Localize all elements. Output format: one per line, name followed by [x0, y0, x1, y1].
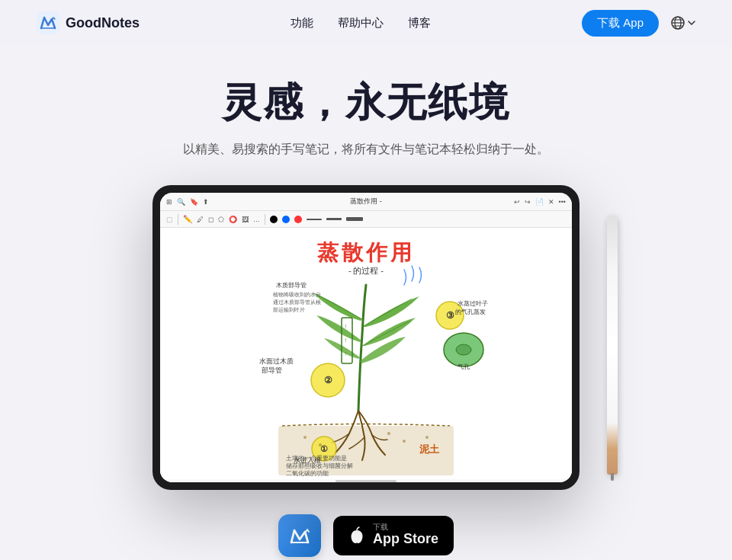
svg-point-37 — [425, 436, 429, 439]
svg-text:部运输到叶片: 部运输到叶片 — [273, 307, 305, 312]
svg-text:二氧化碳的功能: 二氧化碳的功能 — [286, 470, 329, 477]
svg-text:水蒸过叶子: 水蒸过叶子 — [458, 300, 488, 307]
toolbar-icon-bookmark: 🔖 — [190, 198, 198, 206]
tool-separator-2 — [265, 214, 265, 225]
appstore-button[interactable]: 下载 App Store — [333, 516, 454, 555]
tool-img: 🖼 — [242, 216, 249, 223]
svg-text:③: ③ — [446, 310, 454, 321]
svg-rect-41 — [287, 523, 313, 549]
tool-lasso: ⭕ — [229, 216, 237, 223]
toolbar-icon-undo: ↩ — [514, 198, 520, 206]
home-indicator — [336, 480, 396, 482]
svg-text:土壤的一个重要功能是: 土壤的一个重要功能是 — [286, 455, 347, 462]
appstore-text: 下载 App Store — [373, 523, 438, 548]
svg-text:通过木质部导管从根: 通过木质部导管从根 — [273, 299, 321, 306]
svg-text:泥土: 泥土 — [419, 443, 440, 455]
toolbar-icon-more: ••• — [559, 198, 566, 206]
svg-text:蒸散作用: 蒸散作用 — [316, 241, 415, 264]
svg-text:的气孔蒸发: 的气孔蒸发 — [455, 309, 486, 315]
line-thickness-thin — [307, 219, 322, 220]
toolbar-icon-redo: ↪ — [525, 198, 531, 206]
svg-point-33 — [303, 436, 307, 439]
svg-text:- 的过程 -: - 的过程 - — [348, 266, 384, 275]
svg-point-35 — [387, 432, 390, 435]
line-thickness-thick — [346, 217, 363, 221]
tool-highlighter: 🖊 — [197, 216, 204, 223]
nav-right: 下载 App — [582, 10, 695, 37]
toolbar-title: 蒸散作用 - — [350, 197, 382, 206]
language-button[interactable] — [671, 16, 695, 30]
nav-help[interactable]: 帮助中心 — [338, 16, 384, 30]
svg-rect-0 — [37, 11, 59, 34]
hero-subtitle: 以精美、易搜索的手写笔记，将所有文件与笔记本轻松归纳于一处。 — [183, 142, 549, 158]
line-thickness-medium — [326, 218, 342, 220]
navbar: GoodNotes 功能 帮助中心 博客 下载 App — [0, 0, 732, 46]
tablet-toolbar-bottom: ▢ ✏️ 🖊 ◻ ⬠ ⭕ 🖼 … — [160, 211, 572, 228]
hero-section: 灵感，永无纸境 以精美、易搜索的手写笔记，将所有文件与笔记本轻松归纳于一处。 ⊞… — [0, 46, 732, 557]
toolbar-left-controls: ⊞ 🔍 🔖 ⬆ — [166, 198, 209, 206]
svg-text:储存那些吸收与细菌分解: 储存那些吸收与细菌分解 — [286, 462, 353, 469]
globe-icon — [671, 16, 685, 30]
tablet-device: ⊞ 🔍 🔖 ⬆ 蒸散作用 - ↩ ↪ 📄 ✕ ••• — [152, 185, 580, 490]
tool-select: ▢ — [166, 216, 173, 223]
tool-eraser: ◻ — [208, 216, 214, 223]
color-red — [294, 216, 302, 223]
logo-icon — [37, 11, 59, 34]
tablet-mockup: ⊞ 🔍 🔖 ⬆ 蒸散作用 - ↩ ↪ 📄 ✕ ••• — [137, 185, 595, 490]
toolbar-icon-search: 🔍 — [177, 198, 185, 206]
svg-text:↑: ↑ — [344, 323, 347, 330]
toolbar-icon-close: ✕ — [548, 198, 554, 206]
home-bar — [160, 479, 572, 482]
chevron-down-icon — [688, 21, 695, 25]
svg-text:水面过木质: 水面过木质 — [259, 357, 294, 365]
svg-text:②: ② — [324, 375, 332, 386]
toolbar-icon-share: ⬆ — [203, 198, 209, 206]
tool-separator-1 — [178, 214, 178, 225]
svg-point-20 — [456, 344, 471, 355]
toolbar-right-controls: ↩ ↪ 📄 ✕ ••• — [514, 198, 566, 206]
hero-title: 灵感，永无纸境 — [222, 76, 510, 130]
svg-text:↑: ↑ — [344, 350, 347, 357]
nav-features[interactable]: 功能 — [291, 16, 313, 30]
nav-links: 功能 帮助中心 博客 — [291, 16, 431, 30]
svg-point-34 — [319, 443, 322, 446]
goodnotes-app-icon[interactable] — [278, 514, 321, 557]
svg-text:植物将吸收到的水分: 植物将吸收到的水分 — [273, 292, 321, 297]
logo-text: GoodNotes — [66, 15, 140, 31]
tool-pen: ✏️ — [183, 215, 192, 223]
goodnotes-logo-icon — [287, 523, 313, 549]
apple-logo-icon — [348, 526, 365, 546]
toolbar-icon-doc: 📄 — [535, 198, 544, 206]
color-black — [270, 216, 278, 223]
tool-more: … — [253, 216, 260, 223]
content-svg: 蒸散作用 - 的过程 - — [160, 228, 572, 479]
logo-link[interactable]: GoodNotes — [37, 11, 140, 34]
svg-text:部导管: 部导管 — [262, 366, 282, 374]
tool-shape: ⬠ — [218, 216, 224, 223]
color-blue — [282, 216, 290, 223]
download-button[interactable]: 下载 App — [582, 10, 659, 37]
toolbar-icon-grid: ⊞ — [166, 198, 172, 206]
nav-blog[interactable]: 博客 — [408, 16, 431, 30]
apple-pencil — [607, 216, 618, 475]
tablet-toolbar-top: ⊞ 🔍 🔖 ⬆ 蒸散作用 - ↩ ↪ 📄 ✕ ••• — [160, 193, 572, 211]
svg-text:木质部导管: 木质部导管 — [276, 282, 307, 289]
tablet-screen: ⊞ 🔍 🔖 ⬆ 蒸散作用 - ↩ ↪ 📄 ✕ ••• — [160, 193, 572, 482]
appstore-subtitle: 下载 — [373, 523, 388, 531]
tablet-content-area: 蒸散作用 - 的过程 - — [160, 228, 572, 479]
svg-point-36 — [403, 440, 406, 443]
hero-buttons: 下载 App Store — [278, 514, 454, 557]
svg-text:↑: ↑ — [344, 337, 347, 344]
svg-text:气孔: 气孔 — [458, 363, 470, 370]
appstore-title: App Store — [373, 531, 438, 548]
